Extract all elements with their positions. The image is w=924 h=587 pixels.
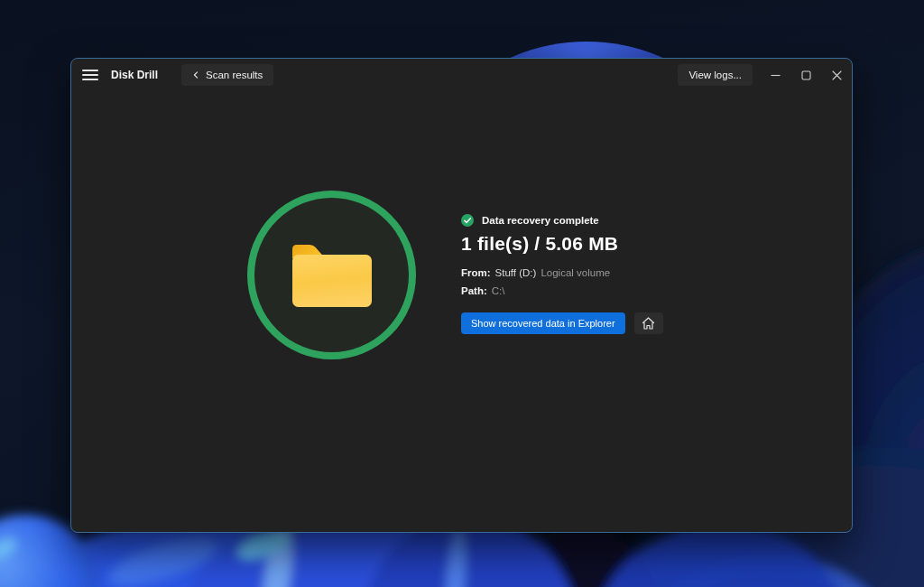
from-label: From: [461, 264, 491, 282]
recovery-status-circle [247, 191, 416, 359]
close-button[interactable] [821, 61, 852, 89]
close-icon [832, 70, 842, 80]
caption-buttons [760, 61, 852, 89]
minimize-button[interactable] [760, 61, 790, 89]
minimize-icon [771, 70, 781, 80]
show-in-explorer-button[interactable]: Show recovered data in Explorer [461, 312, 625, 334]
view-logs-label: View logs... [688, 70, 742, 80]
check-circle-icon [461, 214, 474, 227]
app-title: Disk Drill [111, 69, 158, 81]
status-row: Data recovery complete [461, 214, 786, 227]
maximize-icon [801, 70, 811, 80]
back-button-label: Scan results [206, 70, 263, 80]
folder-icon [291, 242, 374, 309]
maximize-button[interactable] [790, 61, 821, 89]
status-text: Data recovery complete [482, 215, 599, 226]
path-value: C:\ [492, 282, 505, 300]
home-icon [642, 317, 655, 330]
disk-drill-window: Disk Drill Scan results View logs... [70, 58, 853, 533]
path-label: Path: [461, 282, 487, 300]
path-row: Path: C:\ [461, 282, 786, 300]
recovery-summary: 1 file(s) / 5.06 MB [461, 233, 786, 255]
view-logs-button[interactable]: View logs... [678, 64, 753, 86]
home-button[interactable] [634, 312, 663, 334]
chevron-left-icon [192, 71, 199, 79]
titlebar: Disk Drill Scan results View logs... [71, 59, 852, 91]
from-volume: Stuff (D:) [495, 264, 537, 282]
from-row: From: Stuff (D:) Logical volume [461, 264, 786, 282]
recovery-result-panel: Data recovery complete 1 file(s) / 5.06 … [461, 214, 786, 334]
desktop: Disk Drill Scan results View logs... [0, 0, 924, 587]
from-volume-type: Logical volume [541, 264, 610, 282]
scan-results-back-button[interactable]: Scan results [181, 64, 273, 86]
menu-icon[interactable] [82, 69, 98, 81]
actions-row: Show recovered data in Explorer [461, 312, 786, 334]
